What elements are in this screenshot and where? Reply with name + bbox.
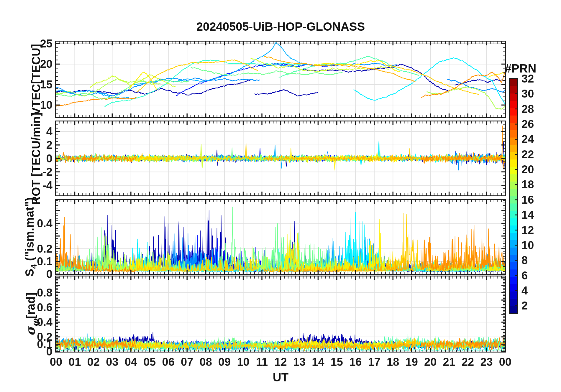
y-axis-label-vtec: VTEC[TECU] xyxy=(29,44,43,115)
y-axis-label-sigma_phi: σφ[rad] xyxy=(23,292,38,336)
colorbar-tick-label-22: 22 xyxy=(521,148,551,161)
colorbar-tick-label-26: 26 xyxy=(521,118,551,131)
colorbar-tick-label-20: 20 xyxy=(521,163,551,176)
colorbar-tick-label-30: 30 xyxy=(521,87,551,100)
colorbar-tick-label-16: 16 xyxy=(521,193,551,206)
x-axis-label: UT xyxy=(56,371,505,384)
colorbar-tick-label-24: 24 xyxy=(521,133,551,146)
colorbar-tick-label-6: 6 xyxy=(521,269,551,282)
colorbar-tick-label-14: 14 xyxy=(521,208,551,221)
x-tick-label-24: 00 xyxy=(492,355,519,368)
figure-title: 20240505-UiB-HOP-GLONASS xyxy=(56,20,505,33)
glonass-scintillation-figure: 20240505-UiB-HOP-GLONASS UT #PRN 1015202… xyxy=(0,0,561,392)
colorbar-tick-label-10: 10 xyxy=(521,239,551,252)
colorbar-tick-label-18: 18 xyxy=(521,178,551,191)
colorbar-tick-label-8: 8 xyxy=(521,254,551,267)
colorbar-tick-label-12: 12 xyxy=(521,224,551,237)
y-axis-label-rot: ROT [TECU/min] xyxy=(29,112,43,205)
colorbar-tick-label-2: 2 xyxy=(521,299,551,312)
y-axis-label-s4: S4 ("ism.mat") xyxy=(23,197,36,276)
colorbar-tick-label-32: 32 xyxy=(521,72,551,85)
colorbar-tick-label-28: 28 xyxy=(521,103,551,116)
labels-layer: 20240505-UiB-HOP-GLONASS UT #PRN 1015202… xyxy=(0,0,561,392)
colorbar-tick-label-4: 4 xyxy=(521,284,551,297)
